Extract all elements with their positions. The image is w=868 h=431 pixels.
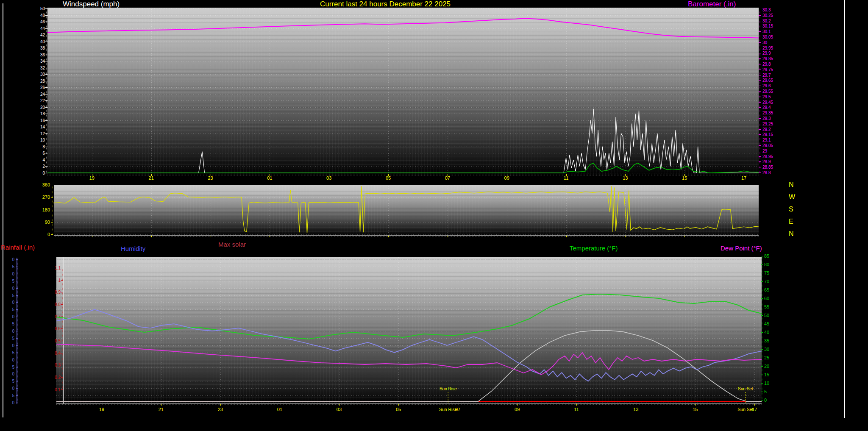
svg-text:32: 32 xyxy=(40,66,45,70)
svg-text:48: 48 xyxy=(40,13,45,18)
svg-text:270: 270 xyxy=(42,195,50,200)
svg-text:13: 13 xyxy=(623,175,628,181)
svg-text:55: 55 xyxy=(764,304,769,309)
svg-text:29.35: 29.35 xyxy=(762,111,773,115)
windspeed_gust-series xyxy=(47,109,759,173)
svg-text:0: 0 xyxy=(764,398,767,403)
svg-text:10: 10 xyxy=(40,138,45,142)
svg-text:0: 0 xyxy=(12,372,14,376)
svg-text:28.85: 28.85 xyxy=(762,165,773,170)
svg-text:29.55: 29.55 xyxy=(762,89,773,94)
svg-text:21: 21 xyxy=(159,407,164,412)
svg-text:5: 5 xyxy=(12,279,14,284)
compass-label-n-4: N xyxy=(789,231,794,237)
wind_direction-series xyxy=(53,186,759,233)
svg-text:36: 36 xyxy=(40,53,45,57)
svg-text:15: 15 xyxy=(693,407,698,412)
svg-text:0.1: 0.1 xyxy=(55,387,61,392)
svg-text:29.2: 29.2 xyxy=(762,127,771,132)
chart-overlay: 1921230103050709111315175048464442403836… xyxy=(0,0,868,431)
svg-text:90: 90 xyxy=(45,220,50,225)
svg-text:13: 13 xyxy=(633,407,638,412)
svg-text:19: 19 xyxy=(89,175,95,181)
windspeed-barometer-chart: 1921230103050709111315175048464442403836… xyxy=(40,6,773,181)
svg-text:Sun Rise: Sun Rise xyxy=(439,407,457,412)
svg-text:85: 85 xyxy=(764,253,769,259)
svg-text:22: 22 xyxy=(40,98,45,103)
svg-text:21: 21 xyxy=(149,175,154,181)
svg-text:34: 34 xyxy=(40,59,45,64)
svg-text:35: 35 xyxy=(764,338,769,343)
svg-text:29.6: 29.6 xyxy=(762,83,771,88)
svg-text:11: 11 xyxy=(564,175,568,181)
svg-text:07: 07 xyxy=(445,175,450,181)
svg-text:14: 14 xyxy=(40,125,45,129)
svg-text:29.9: 29.9 xyxy=(762,51,771,56)
svg-text:4: 4 xyxy=(42,158,45,162)
svg-text:29.4: 29.4 xyxy=(762,105,771,110)
windspeed-barometer-series-layer xyxy=(47,19,759,173)
svg-text:20: 20 xyxy=(764,364,769,369)
svg-text:0.2: 0.2 xyxy=(55,375,61,380)
svg-text:45: 45 xyxy=(764,321,769,326)
svg-text:29.65: 29.65 xyxy=(762,78,773,83)
svg-text:29.45: 29.45 xyxy=(762,100,773,105)
svg-text:50: 50 xyxy=(40,6,45,11)
svg-text:30.05: 30.05 xyxy=(762,35,773,39)
svg-text:5: 5 xyxy=(12,322,14,326)
svg-text:1: 1 xyxy=(58,278,61,283)
svg-text:25: 25 xyxy=(764,355,769,360)
svg-text:0: 0 xyxy=(12,358,14,362)
svg-text:0: 0 xyxy=(12,300,14,305)
svg-text:70: 70 xyxy=(764,279,769,284)
dew_point-series xyxy=(56,344,762,375)
barometer-series xyxy=(47,19,759,38)
svg-text:0: 0 xyxy=(12,272,14,276)
svg-text:23: 23 xyxy=(218,407,223,412)
svg-text:28.95: 28.95 xyxy=(762,154,773,159)
svg-text:0.8: 0.8 xyxy=(55,302,61,307)
svg-text:03: 03 xyxy=(337,407,342,412)
svg-text:30.1: 30.1 xyxy=(762,29,771,34)
svg-text:5: 5 xyxy=(12,307,14,312)
svg-text:30.2: 30.2 xyxy=(762,19,771,23)
svg-text:42: 42 xyxy=(40,33,45,37)
svg-text:5: 5 xyxy=(12,293,14,298)
svg-text:80: 80 xyxy=(764,262,769,267)
svg-text:28.8: 28.8 xyxy=(762,170,771,175)
svg-text:8: 8 xyxy=(42,145,45,149)
svg-text:0.6: 0.6 xyxy=(55,326,61,331)
sunrise-marker: Sun RiseSun Rise xyxy=(439,387,457,412)
svg-text:29.1: 29.1 xyxy=(762,138,771,142)
svg-text:05: 05 xyxy=(386,175,391,181)
svg-text:24: 24 xyxy=(40,92,45,97)
svg-text:29.5: 29.5 xyxy=(762,95,771,99)
compass-label-e-3: E xyxy=(789,218,793,225)
svg-text:30: 30 xyxy=(764,347,769,352)
svg-text:0.5: 0.5 xyxy=(55,339,61,343)
svg-text:11: 11 xyxy=(574,407,579,412)
svg-text:44: 44 xyxy=(40,26,45,31)
svg-text:0: 0 xyxy=(12,386,14,391)
rain-humidity-solar-temp-dew-series-layer xyxy=(56,294,762,402)
windspeed_avg-series xyxy=(47,163,759,173)
svg-text:26: 26 xyxy=(40,85,45,90)
svg-text:29.15: 29.15 xyxy=(762,132,773,137)
svg-text:18: 18 xyxy=(40,111,45,116)
svg-text:09: 09 xyxy=(504,175,509,181)
max_solar-series xyxy=(56,331,762,402)
svg-text:5: 5 xyxy=(12,379,14,384)
svg-text:29.05: 29.05 xyxy=(762,143,773,148)
svg-text:40: 40 xyxy=(764,330,769,335)
svg-text:0.4: 0.4 xyxy=(55,351,61,356)
svg-text:Sun Set: Sun Set xyxy=(738,387,753,391)
rain-humidity-solar-temp-dew-chart: 1921230103050709111315170505050505050505… xyxy=(12,253,769,412)
compass-label-n-0: N xyxy=(789,181,794,188)
compass-label-w-1: W xyxy=(789,194,795,200)
svg-text:180: 180 xyxy=(42,207,50,212)
svg-text:0: 0 xyxy=(12,286,14,291)
compass-label-s-2: S xyxy=(789,206,793,213)
svg-text:360: 360 xyxy=(42,182,50,187)
svg-text:38: 38 xyxy=(40,46,45,50)
svg-text:5: 5 xyxy=(12,365,14,370)
